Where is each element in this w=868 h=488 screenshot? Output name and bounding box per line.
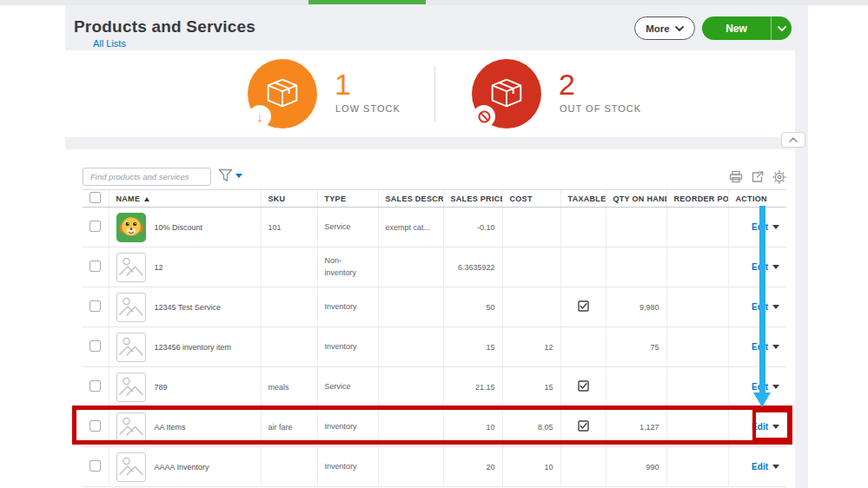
search-input[interactable] <box>83 168 211 186</box>
new-button[interactable]: New <box>702 16 792 40</box>
cell-taxable <box>560 287 606 327</box>
more-button[interactable]: More <box>634 16 695 40</box>
column-header-cost[interactable]: COST <box>502 190 560 208</box>
cell-sales-description: exempt cat... <box>378 208 443 247</box>
edit-dropdown-caret-icon[interactable] <box>772 305 779 309</box>
column-header-reorder-point[interactable]: REORDER POINT <box>666 190 728 208</box>
product-name: 789 <box>155 383 168 392</box>
all-lists-link[interactable]: All Lists <box>93 38 126 49</box>
cell-action: Edit <box>728 247 786 287</box>
column-header-name[interactable]: NAME <box>109 190 261 208</box>
table-row[interactable]: 10% Discount 101 Service exempt cat... -… <box>83 208 786 247</box>
top-green-progress-bar <box>308 0 426 4</box>
table-row[interactable]: 123456 inventory item Inventory 15 12 75… <box>83 327 786 367</box>
product-name: 10% Discount <box>155 223 203 232</box>
table-row[interactable]: 12345 Test Service Inventory 50 9,980 Ed… <box>83 287 786 327</box>
cell-taxable <box>560 367 606 407</box>
taxable-checked-icon <box>578 385 589 393</box>
filter-button[interactable] <box>218 168 242 182</box>
page-title: Products and Services <box>74 17 255 36</box>
scroll-top-button[interactable] <box>781 132 805 148</box>
cell-sales-description <box>378 287 443 327</box>
filter-funnel-icon <box>218 168 233 182</box>
column-header-action: ACTION <box>728 190 786 208</box>
stock-status-panel: ↓ 1 LOW STOCK 2 OUT OF STOCK <box>65 50 795 137</box>
table-row[interactable]: 12 Non-inventory 6.3635922 Edit <box>83 247 786 287</box>
cell-name: AAAA Inventory <box>109 447 261 487</box>
edit-dropdown-caret-icon[interactable] <box>772 465 779 469</box>
row-checkbox[interactable] <box>89 340 101 352</box>
chevron-down-icon <box>235 174 242 178</box>
edit-dropdown-caret-icon[interactable] <box>772 385 779 389</box>
stats-divider <box>434 66 435 122</box>
gear-icon[interactable] <box>772 170 786 188</box>
cell-type: Inventory <box>317 327 378 367</box>
export-icon[interactable] <box>751 170 765 188</box>
cell-sales-description <box>378 367 443 407</box>
row-checkbox[interactable] <box>89 460 101 472</box>
cell-sales-price: 15 <box>443 327 502 367</box>
cell-name: 789 <box>109 367 261 407</box>
edit-dropdown-caret-icon[interactable] <box>772 265 779 269</box>
cell-name: 12345 Test Service <box>109 287 261 327</box>
new-dropdown-toggle[interactable] <box>771 16 792 40</box>
table-body: 10% Discount 101 Service exempt cat... -… <box>83 208 786 487</box>
chevron-down-icon <box>778 26 786 31</box>
image-placeholder-icon <box>116 452 146 482</box>
column-header-type[interactable]: TYPE <box>317 190 378 208</box>
select-all-checkbox[interactable] <box>89 192 101 203</box>
cell-sku <box>261 447 317 487</box>
row-checkbox[interactable] <box>89 221 101 232</box>
product-avatar-image <box>116 213 146 242</box>
column-header-taxable[interactable]: TAXABLE <box>560 190 606 208</box>
cell-reorder-point <box>666 327 728 367</box>
cell-cost: 12 <box>502 327 560 367</box>
cell-type: Service <box>317 367 378 407</box>
cell-cost: 10 <box>502 447 560 487</box>
image-placeholder-icon <box>116 373 146 402</box>
column-header-sku[interactable]: SKU <box>261 190 317 208</box>
cell-qty-on-hand: 990 <box>606 447 666 487</box>
low-stock-label: LOW STOCK <box>335 103 401 114</box>
column-header-qty-on-hand[interactable]: QTY ON HAND <box>606 190 666 208</box>
cell-cost <box>502 208 560 247</box>
table-header-row: NAME SKU TYPE SALES DESCRIPTION SALES PR… <box>83 190 786 208</box>
cell-cost: 15 <box>502 367 560 407</box>
row-checkbox[interactable] <box>89 380 101 392</box>
low-stock-count: 1 <box>335 69 351 99</box>
more-button-label: More <box>646 23 669 34</box>
cell-sku: 101 <box>261 208 317 247</box>
product-name: AAAA Inventory <box>155 463 209 472</box>
down-arrow-badge-icon: ↓ <box>248 105 271 128</box>
column-header-sales-description[interactable]: SALES DESCRIPTION <box>378 190 443 208</box>
image-placeholder-icon <box>116 293 146 322</box>
annotation-arrow-shaft <box>759 206 765 392</box>
cell-name: 123456 inventory item <box>109 327 261 367</box>
row-checkbox[interactable] <box>89 300 101 312</box>
cell-name: 12 <box>109 247 261 287</box>
cell-reorder-point <box>666 208 728 247</box>
printer-icon[interactable] <box>729 170 743 188</box>
cell-taxable <box>560 327 606 367</box>
edit-link[interactable]: Edit <box>752 462 768 472</box>
blocked-badge-icon <box>473 105 495 128</box>
cell-reorder-point <box>666 247 728 287</box>
edit-dropdown-caret-icon[interactable] <box>772 345 779 349</box>
new-button-label: New <box>702 16 771 40</box>
cell-type: Service <box>317 208 378 247</box>
table-row[interactable]: AAAA Inventory Inventory 20 10 990 Edit <box>83 447 786 487</box>
out-of-stock-label: OUT OF STOCK <box>560 103 641 114</box>
cell-sales-description <box>378 327 443 367</box>
table-row[interactable]: 789 meals Service 21.15 15 Edit <box>83 367 786 407</box>
cell-qty-on-hand <box>606 208 666 247</box>
column-header-sales-price[interactable]: SALES PRICE <box>443 190 502 208</box>
cell-taxable <box>560 447 606 487</box>
row-checkbox[interactable] <box>89 260 101 272</box>
sort-ascending-icon <box>144 197 149 201</box>
products-and-services-page: Products and Services All Lists More New <box>0 0 868 488</box>
cell-qty-on-hand <box>606 247 666 287</box>
cell-qty-on-hand: 75 <box>606 327 666 367</box>
edit-dropdown-caret-icon[interactable] <box>772 225 779 229</box>
annotation-edit-highlight <box>752 409 791 441</box>
cell-action: Edit <box>728 208 786 247</box>
